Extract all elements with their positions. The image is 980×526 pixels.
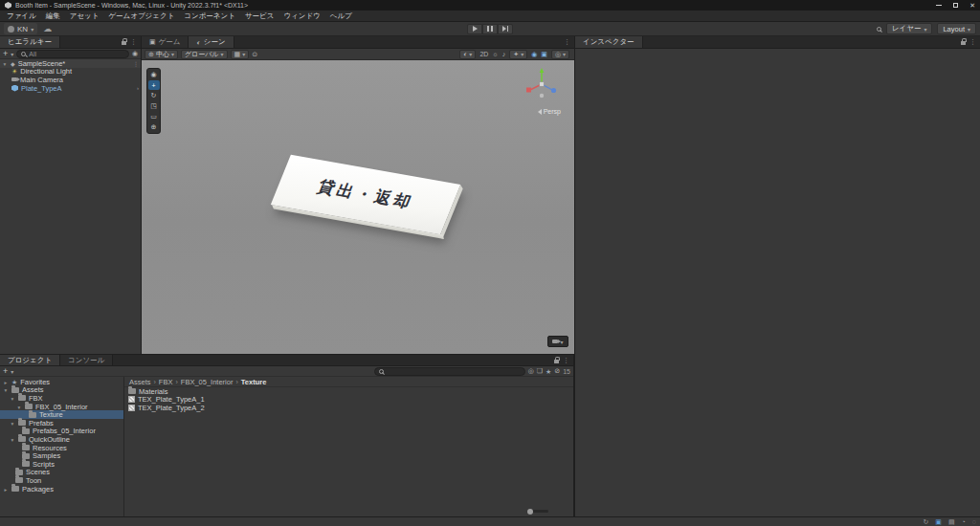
menu-file[interactable]: ファイル bbox=[2, 11, 41, 21]
breadcrumb-fbx-05-interior[interactable]: FBX_05_Interior bbox=[181, 378, 234, 386]
pause-button[interactable] bbox=[482, 24, 498, 34]
toggle-2d-button[interactable]: 2D bbox=[479, 51, 488, 57]
add-gameobject-button[interactable]: + bbox=[3, 50, 8, 57]
view-tool-button[interactable]: ◉ bbox=[148, 70, 160, 79]
project-tree-item-packages[interactable]: Packages bbox=[0, 485, 123, 493]
camera-settings-icon[interactable]: ▣ bbox=[541, 51, 547, 58]
scene-audio-icon[interactable]: ♪ bbox=[502, 51, 506, 57]
transform-tool-button[interactable]: ⊕ bbox=[148, 122, 160, 132]
scene-viewport[interactable]: ◉ + ↻ ◳ ▭ ⊕ Persp bbox=[142, 60, 574, 354]
hierarchy-item-main-camera[interactable]: Main Camera bbox=[0, 76, 141, 84]
minimize-button[interactable] bbox=[936, 5, 942, 6]
foldout-arrow-icon[interactable] bbox=[2, 59, 8, 68]
close-button[interactable]: ✕ bbox=[969, 2, 975, 9]
project-tree-item-favorites[interactable]: ★ Favorites bbox=[0, 378, 123, 386]
layers-dropdown[interactable]: レイヤー bbox=[886, 23, 933, 34]
menu-services[interactable]: サービス bbox=[240, 11, 279, 21]
project-tree-item-toon[interactable]: Toon bbox=[0, 476, 123, 485]
hierarchy-search-input[interactable]: All bbox=[16, 50, 129, 58]
menu-help[interactable]: ヘルプ bbox=[325, 11, 357, 21]
kebab-menu-icon[interactable]: ⋮ bbox=[130, 38, 137, 46]
account-dropdown[interactable]: KN bbox=[4, 23, 37, 34]
search-favorites-icon[interactable]: ★ bbox=[546, 368, 551, 375]
effects-dropdown[interactable]: ✦ bbox=[509, 50, 527, 59]
project-file-tex-plate-typea-2[interactable]: TEX_Plate_TypeA_2 bbox=[124, 404, 573, 412]
hidden-packages-icon[interactable]: ⊘ bbox=[554, 367, 560, 375]
tab-hierarchy[interactable]: ヒエラルキー bbox=[0, 36, 60, 48]
rotate-tool-button[interactable]: ↻ bbox=[148, 91, 160, 100]
breadcrumb-fbx[interactable]: FBX bbox=[159, 378, 173, 386]
cache-server-icon[interactable]: ▣ bbox=[935, 518, 942, 526]
tool-orientation-dropdown[interactable]: グローバル bbox=[181, 50, 228, 59]
scene-visibility-icon[interactable]: ◉ bbox=[132, 50, 138, 57]
draw-mode-dropdown[interactable]: ◐ bbox=[459, 50, 476, 59]
breadcrumb-texture[interactable]: Texture bbox=[241, 378, 267, 386]
project-tree-item-fbx[interactable]: FBX bbox=[0, 394, 123, 403]
play-button[interactable] bbox=[467, 24, 482, 34]
scene-object-plate[interactable]: 貸出・返却 bbox=[271, 155, 460, 234]
layout-dropdown[interactable]: Layout bbox=[937, 23, 976, 34]
tab-game[interactable]: ▣ ゲーム bbox=[142, 36, 189, 48]
console-status-icon[interactable]: ▤ bbox=[948, 518, 955, 526]
kebab-menu-icon[interactable]: ⋮ bbox=[133, 60, 139, 67]
project-tree-item-samples[interactable]: Samples bbox=[0, 451, 123, 460]
breadcrumb-assets[interactable]: Assets bbox=[129, 378, 151, 386]
kebab-menu-icon[interactable]: ⋮ bbox=[969, 38, 976, 46]
foldout-arrow-icon[interactable] bbox=[16, 403, 22, 411]
lock-icon[interactable] bbox=[961, 41, 966, 45]
menu-gameobject[interactable]: ゲームオブジェクト bbox=[103, 11, 179, 21]
project-tree-item-resources[interactable]: Resources bbox=[0, 444, 123, 452]
grid-visibility-dropdown[interactable]: ▦ bbox=[231, 50, 250, 59]
foldout-arrow-icon[interactable] bbox=[10, 435, 15, 444]
kebab-menu-icon[interactable]: ⋮ bbox=[564, 38, 570, 46]
rect-tool-button[interactable]: ▭ bbox=[148, 112, 160, 121]
gizmos-dropdown[interactable]: ◎ bbox=[551, 50, 569, 59]
snap-icon[interactable]: ⊙ bbox=[252, 51, 257, 58]
scene-lighting-icon[interactable]: ☼ bbox=[492, 51, 498, 57]
tab-inspector[interactable]: インスペクター bbox=[575, 36, 643, 48]
camera-preview-toggle[interactable] bbox=[547, 336, 568, 347]
project-search-input[interactable] bbox=[374, 367, 525, 376]
search-icon[interactable] bbox=[877, 27, 881, 32]
menu-window[interactable]: ウィンドウ bbox=[278, 11, 324, 21]
hierarchy-scene-row[interactable]: ◆ SampleScene* ⋮ bbox=[0, 59, 141, 68]
project-tree-item-prefabs[interactable]: Prefabs bbox=[0, 419, 123, 427]
tab-scene[interactable]: ◐ シーン bbox=[189, 36, 234, 48]
create-asset-button[interactable]: + bbox=[3, 367, 8, 375]
notifications-bell-icon[interactable]: ◔ bbox=[962, 518, 966, 525]
search-by-label-icon[interactable]: ❏ bbox=[537, 367, 543, 375]
foldout-arrow-icon[interactable] bbox=[10, 419, 15, 427]
scene-visibility-eye-icon[interactable]: ◉ bbox=[531, 51, 537, 58]
auto-refresh-icon[interactable]: ↻ bbox=[923, 518, 928, 526]
menu-component[interactable]: コンポーネント bbox=[179, 11, 240, 21]
projection-toggle[interactable]: Persp bbox=[538, 108, 561, 115]
project-tree-item-quickoutline[interactable]: QuickOutline bbox=[0, 435, 123, 444]
step-button[interactable] bbox=[498, 24, 513, 34]
orientation-gizmo[interactable] bbox=[523, 66, 561, 104]
foldout-arrow-icon[interactable] bbox=[3, 485, 9, 493]
foldout-arrow-icon[interactable] bbox=[10, 394, 15, 403]
menu-edit[interactable]: 編集 bbox=[41, 11, 65, 21]
move-tool-button[interactable]: + bbox=[148, 80, 160, 90]
maximize-button[interactable] bbox=[953, 3, 958, 8]
foldout-arrow-icon[interactable] bbox=[3, 385, 9, 394]
background-tasks-icon[interactable]: ◌ bbox=[972, 518, 976, 525]
project-file-tex-plate-typea-1[interactable]: TEX_Plate_TypeA_1 bbox=[124, 396, 573, 405]
hierarchy-item-plate-typea[interactable]: Plate_TypeA › bbox=[0, 84, 141, 93]
chevron-down-icon[interactable] bbox=[11, 367, 13, 376]
project-tree-item-fbx-05-interior[interactable]: FBX_05_Interior bbox=[0, 403, 123, 411]
search-by-type-icon[interactable]: ◎ bbox=[528, 367, 534, 375]
slider-handle[interactable] bbox=[527, 509, 533, 515]
scale-tool-button[interactable]: ◳ bbox=[148, 101, 160, 111]
hierarchy-item-directional-light[interactable]: ☀ Directional Light bbox=[0, 68, 141, 77]
thumbnail-zoom-slider[interactable] bbox=[527, 510, 548, 513]
project-file-materials[interactable]: Materials bbox=[124, 387, 573, 396]
chevron-down-icon[interactable] bbox=[11, 50, 13, 58]
menu-assets[interactable]: アセット bbox=[65, 11, 104, 21]
lock-icon[interactable] bbox=[122, 41, 126, 45]
prefab-children-chevron-icon[interactable]: › bbox=[137, 85, 139, 91]
tab-project[interactable]: プロジェクト bbox=[0, 355, 60, 365]
cloud-services-icon[interactable]: ☁ bbox=[43, 25, 52, 33]
tab-console[interactable]: コンソール bbox=[60, 355, 113, 365]
lock-icon[interactable] bbox=[554, 360, 559, 363]
